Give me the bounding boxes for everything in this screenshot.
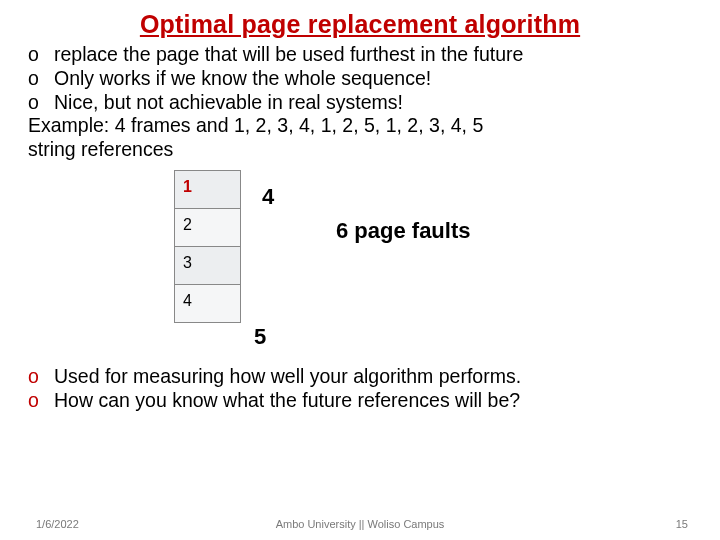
frame-cell: 1: [175, 171, 241, 209]
example-line: Example: 4 frames and 1, 2, 3, 4, 1, 2, …: [24, 114, 696, 138]
bullet-item: replace the page that will be used furth…: [24, 43, 696, 67]
bullet-item: Nice, but not achievable in real systems…: [24, 91, 696, 115]
bullet-item: Only works if we know the whole sequence…: [24, 67, 696, 91]
lower-bullets: Used for measuring how well your algorit…: [24, 365, 696, 413]
footer-center: Ambo University || Woliso Campus: [0, 518, 720, 530]
frame-diagram: 1 2 3 4 4 6 page faults 5: [0, 170, 720, 380]
bullet-item: How can you know what the future referen…: [24, 389, 696, 413]
frame-column: 1 2 3 4: [174, 170, 241, 323]
body-text: replace the page that will be used furth…: [0, 39, 720, 162]
bullet-item: Used for measuring how well your algorit…: [24, 365, 696, 389]
replacement-label-5: 5: [254, 324, 266, 350]
frame-cell: 4: [175, 285, 241, 323]
frame-cell: 2: [175, 209, 241, 247]
slide: Optimal page replacement algorithm repla…: [0, 0, 720, 540]
page-faults-label: 6 page faults: [336, 218, 470, 244]
example-line-cont: string references: [24, 138, 696, 162]
frame-cell: 3: [175, 247, 241, 285]
slide-title: Optimal page replacement algorithm: [0, 0, 720, 39]
footer-page-number: 15: [676, 518, 688, 530]
replacement-label-4: 4: [262, 184, 274, 210]
